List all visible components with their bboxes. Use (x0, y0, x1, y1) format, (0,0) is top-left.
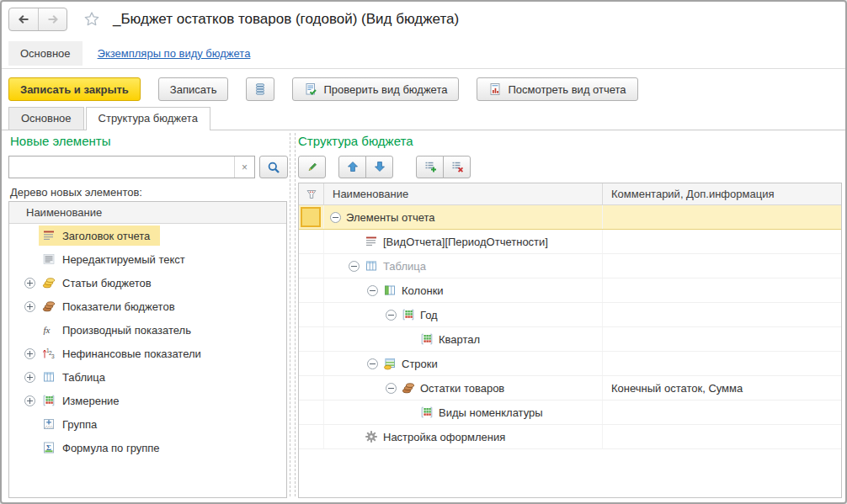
search-clear-button[interactable]: × (234, 157, 254, 178)
structure-row-appearance-settings[interactable]: Настройка оформления (299, 425, 841, 449)
tree-add-icon (424, 160, 437, 173)
left-tree-item-nonfinancial-indicators[interactable]: 123 Нефинансовые показатели (9, 342, 286, 365)
favorite-star-button[interactable] (83, 10, 101, 29)
left-tree-item-label: Группа (62, 418, 97, 431)
expand-icon[interactable] (24, 395, 35, 406)
back-button[interactable] (9, 8, 38, 30)
left-tree-item-label: Формула по группе (62, 442, 160, 454)
static-text-icon (42, 252, 56, 266)
left-tree-item-group[interactable]: Группа (9, 412, 286, 436)
panel-splitter[interactable] (290, 133, 296, 496)
edit-button[interactable] (298, 156, 326, 178)
tab-main[interactable]: Основное (8, 107, 84, 130)
tab-strip: Основное Структура бюджета (2, 106, 845, 130)
left-tree-item-static-text[interactable]: Нередактируемый текст (9, 247, 286, 271)
structure-row-comment (603, 254, 841, 278)
marker-column-header[interactable] (299, 183, 324, 204)
coins-brown-icon (402, 381, 415, 395)
tree-add-button[interactable] (416, 156, 444, 178)
left-tree-item-label: Таблица (62, 371, 105, 384)
left-tree-item-label: Показатели бюджетов (62, 300, 175, 313)
left-tree-item-label: Нередактируемый текст (62, 253, 185, 266)
structure-row-table[interactable]: Таблица (299, 254, 841, 279)
view-report-kind-button[interactable]: Посмотреть вид отчета (477, 77, 637, 101)
move-up-button[interactable] (338, 156, 366, 178)
left-tree-item-report-title[interactable]: Заголовок отчета (9, 224, 286, 247)
structure-row-quarter[interactable]: Квартал (299, 327, 841, 352)
structure-table-header: Наименование Комментарий, Доп.информация (299, 183, 841, 205)
list-icon (253, 82, 267, 96)
back-arrow-icon (17, 13, 30, 26)
structure-row-columns[interactable]: Колонки (299, 279, 841, 303)
expand-icon[interactable] (24, 278, 35, 289)
view-report-kind-label: Посмотреть вид отчета (508, 83, 626, 96)
collapse-icon[interactable] (386, 383, 397, 394)
left-tree-column-header[interactable]: Наименование (9, 202, 286, 224)
left-tree-item-dimension[interactable]: Измерение (9, 389, 286, 412)
name-column-header[interactable]: Наименование (324, 183, 603, 204)
expand-icon[interactable] (24, 301, 35, 312)
structure-row-report-elements[interactable]: Элементы отчета (299, 205, 841, 230)
tab-budget-structure[interactable]: Структура бюджета (86, 107, 210, 130)
save-and-close-button[interactable]: Записать и закрыть (8, 77, 141, 101)
structure-row-comment (603, 230, 841, 253)
history-nav (8, 8, 67, 31)
left-tree-item-label: Заголовок отчета (62, 230, 150, 242)
collapse-icon[interactable] (386, 310, 397, 321)
structure-row-comment (603, 303, 841, 326)
group-icon (42, 417, 56, 431)
coins-yellow-icon (42, 276, 56, 289)
section-main[interactable]: Основное (8, 41, 83, 66)
search-button[interactable] (259, 156, 288, 178)
structure-row-goods-remainder[interactable]: Остатки товаров Конечный остаток, Сумма (299, 376, 841, 401)
arrow-down-icon (373, 160, 386, 173)
search-row: × (8, 156, 288, 178)
fx-icon: fx (42, 323, 56, 337)
left-tree-item-derived-indicator[interactable]: fx Производный показатель (9, 318, 286, 342)
structure-row-rows[interactable]: Строки (299, 352, 841, 376)
left-tree-item-label: Статьи бюджетов (62, 277, 152, 289)
search-input[interactable] (9, 157, 234, 178)
structure-row-nomenclature-kinds[interactable]: Виды номенклатуры (299, 401, 841, 425)
row-marker (299, 230, 324, 253)
structure-row-label: Виды номенклатуры (439, 406, 543, 419)
save-button[interactable]: Записать (158, 77, 229, 101)
collapse-icon[interactable] (349, 261, 360, 272)
left-tree-item-budget-indicators[interactable]: Показатели бюджетов (9, 294, 286, 318)
svg-text:fx: fx (44, 325, 51, 335)
structure-toolbar (298, 155, 471, 178)
left-tree-item-group-formula[interactable]: Σ Формула по группе (9, 436, 286, 459)
collapse-icon[interactable] (367, 285, 378, 296)
arrow-up-icon (346, 160, 360, 173)
collapse-icon[interactable] (367, 358, 378, 369)
document-check-icon (304, 82, 317, 96)
expand-icon[interactable] (24, 348, 35, 359)
comment-column-header[interactable]: Комментарий, Доп.информация (603, 183, 841, 204)
link-instances-by-budget-kind[interactable]: Экземпляры по виду бюджета (98, 47, 251, 60)
structure-row-year[interactable]: Год (299, 303, 841, 327)
structure-row-label: Квартал (439, 333, 480, 346)
row-marker (299, 376, 324, 400)
check-budget-kind-button[interactable]: Проверить вид бюджета (292, 77, 459, 101)
left-tree-item-budget-articles[interactable]: Статьи бюджетов (9, 271, 286, 294)
move-down-button[interactable] (365, 156, 393, 178)
app-window: _Бюджет остатков товаров (годовой) (Вид … (0, 0, 847, 504)
structure-row-comment (603, 327, 841, 351)
report-title-icon (42, 229, 56, 242)
table-rows-icon (383, 357, 397, 370)
structure-row-report-kind-period[interactable]: [ВидОтчета][ПериодОтчетности] (299, 230, 841, 254)
row-marker (299, 279, 324, 302)
structure-row-label: Строки (402, 358, 438, 370)
tree-remove-icon (450, 160, 464, 173)
collapse-icon[interactable] (330, 212, 341, 223)
search-icon (267, 161, 280, 174)
list-button[interactable] (246, 77, 274, 101)
svg-text:3: 3 (51, 353, 55, 359)
structure-row-label: Настройка оформления (383, 431, 505, 443)
tree-edit-buttons (416, 156, 471, 178)
forward-button[interactable] (38, 8, 67, 30)
tree-remove-button[interactable] (443, 156, 471, 178)
expand-icon[interactable] (24, 372, 35, 383)
left-tree-item-table[interactable]: Таблица (9, 365, 286, 389)
structure-row-label: [ВидОтчета][ПериодОтчетности] (383, 236, 548, 248)
